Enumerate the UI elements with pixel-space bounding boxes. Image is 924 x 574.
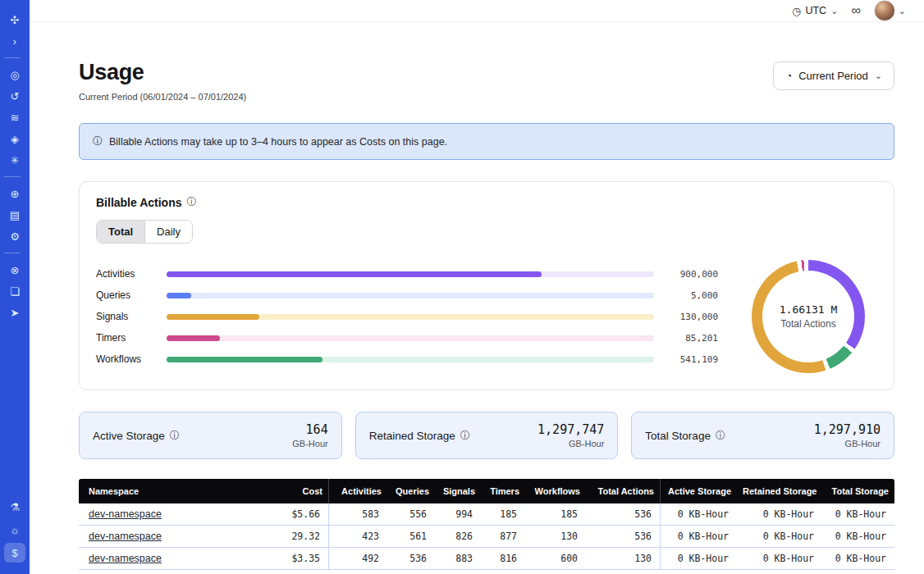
bar-track	[167, 335, 654, 341]
namespace-link[interactable]: dev-namespace	[89, 531, 162, 542]
title-block: Usage Current Period (06/01/2024 – 07/01…	[79, 60, 246, 102]
bar-track	[167, 314, 654, 320]
sidebar-divider	[4, 253, 21, 253]
storage-card-label-row: Active Storageⓘ	[93, 429, 180, 443]
sidebar-bottom-icons: ⚗☼$	[4, 495, 25, 564]
sidebar-quickstart-icon[interactable]: ➤	[4, 303, 25, 322]
table-cell: 583	[328, 503, 387, 526]
clock-icon: ◷	[792, 5, 801, 17]
sidebar-usage-icon[interactable]: $	[4, 543, 25, 563]
table-cell: 536	[586, 503, 660, 526]
table-cell: 0 KB-Hour	[660, 548, 737, 570]
info-icon[interactable]: ⓘ	[170, 429, 180, 443]
column-header-active-storage: Active Storage	[660, 479, 737, 503]
feedback-glasses-icon[interactable]: ∞	[851, 3, 860, 18]
table-cell: 29.32	[276, 526, 328, 548]
column-header-timers: Timers	[481, 479, 525, 503]
table-cell: 0 KB-Hour	[822, 548, 894, 570]
table-cell: 130	[525, 526, 586, 548]
sidebar-nexus-icon[interactable]: ✳	[4, 150, 25, 170]
table-cell: 0 KB-Hour	[660, 526, 737, 548]
column-header-signals: Signals	[435, 479, 481, 503]
bar-value: 900,000	[666, 269, 718, 280]
banner-text: Billable Actions may take up to 3–4 hour…	[109, 136, 447, 148]
column-header-total-actions: Total Actions	[586, 479, 660, 503]
page-root: ✣›◎↺≋◈✳⊕▤⚙⊗❏➤ ⚗☼$ ◷ UTC ⌄ ∞ ⌄ Usage Curr…	[0, 0, 924, 574]
donut-center: 1.66131 M Total Actions	[762, 271, 854, 362]
sidebar-collapse-icon[interactable]: ›	[4, 31, 25, 51]
storage-unit: GB-Hour	[292, 439, 327, 449]
namespace-cell: dev-namespace	[79, 503, 276, 526]
sidebar-deployments-icon[interactable]: ◈	[4, 129, 25, 148]
bar-track	[167, 357, 654, 362]
tab-total[interactable]: Total	[97, 221, 144, 243]
bar-fill	[167, 357, 322, 362]
column-header-namespace: Namespace	[79, 479, 276, 503]
sidebar-icon-list: ✣›◎↺≋◈✳⊕▤⚙⊗❏➤	[4, 8, 25, 324]
sidebar-support-icon[interactable]: ⊗	[4, 260, 25, 280]
total-actions-label: Total Actions	[780, 318, 835, 330]
column-header-total-storage: Total Storage	[822, 479, 894, 503]
billable-actions-header: Billable Actions ⓘ	[96, 195, 877, 209]
tab-daily[interactable]: Daily	[144, 221, 192, 243]
storage-card-label-row: Total Storageⓘ	[645, 429, 725, 443]
sidebar-history-icon[interactable]: ↺	[4, 86, 25, 106]
bar-fill	[167, 271, 542, 277]
content: Usage Current Period (06/01/2024 – 07/01…	[30, 22, 924, 574]
storage-value: 1,297,747	[537, 422, 604, 437]
info-icon[interactable]: ⓘ	[716, 429, 725, 443]
stopwatch-icon: ◔	[785, 70, 792, 82]
bar-row-signals: Signals130,000	[96, 310, 718, 324]
storage-value: 164	[292, 422, 327, 437]
storage-unit: GB-Hour	[537, 439, 604, 449]
table-cell: 0 KB-Hour	[737, 526, 822, 548]
table-cell: 0 KB-Hour	[737, 548, 822, 570]
sidebar-divider	[4, 57, 21, 58]
table-cell: 877	[481, 526, 525, 548]
table-header-row: NamespaceCostActivitiesQueriesSignalsTim…	[79, 479, 894, 503]
table-cell: $3.35	[276, 548, 328, 570]
storage-card-value-block: 1,297,910GB-Hour	[814, 422, 881, 449]
page-subtitle: Current Period (06/01/2024 – 07/01/2024)	[79, 92, 246, 102]
column-header-queries: Queries	[387, 479, 435, 503]
table-cell: 423	[328, 526, 387, 548]
sidebar-globe-icon[interactable]: ⊕	[4, 184, 25, 203]
sidebar-layers-icon[interactable]: ≋	[4, 107, 25, 127]
sidebar-settings-icon[interactable]: ⚙	[4, 226, 25, 246]
table-cell: 556	[387, 503, 435, 526]
account-menu[interactable]: ⌄	[874, 0, 906, 21]
storage-card-value-block: 164GB-Hour	[292, 422, 327, 449]
table-cell: 0 KB-Hour	[822, 503, 894, 526]
bar-fill	[167, 335, 220, 341]
bar-value: 130,000	[666, 312, 718, 322]
column-header-retained-storage: Retained Storage	[737, 479, 822, 503]
bar-fill	[167, 293, 191, 298]
table-cell: 536	[387, 548, 435, 570]
current-period-dropdown[interactable]: ◔ Current Period ⌄	[773, 61, 894, 90]
sidebar-docs-icon[interactable]: ❏	[4, 281, 25, 301]
sidebar-lab-icon[interactable]: ⚗	[4, 497, 25, 517]
billable-actions-title: Billable Actions	[96, 196, 182, 209]
sidebar-logo-icon[interactable]: ✣	[4, 10, 25, 30]
chevron-down-icon: ⌄	[899, 7, 906, 16]
main-area: ◷ UTC ⌄ ∞ ⌄ Usage Current Period (06/01/…	[30, 0, 924, 574]
bar-label: Signals	[96, 311, 155, 322]
sidebar-theme-icon[interactable]: ☼	[4, 520, 25, 540]
avatar[interactable]	[874, 0, 895, 21]
bar-value: 5,000	[666, 290, 718, 301]
namespace-link[interactable]: dev-namespace	[89, 553, 162, 564]
storage-unit: GB-Hour	[814, 439, 881, 449]
timezone-selector[interactable]: ◷ UTC ⌄	[792, 5, 838, 17]
sidebar-nav: ✣›◎↺≋◈✳⊕▤⚙⊗❏➤ ⚗☼$	[0, 0, 30, 574]
namespace-link[interactable]: dev-namespace	[89, 508, 162, 520]
info-icon[interactable]: ⓘ	[187, 195, 197, 209]
total-actions-value: 1.66131 M	[780, 303, 837, 316]
table-cell: 536	[586, 526, 660, 548]
table-cell: 492	[328, 548, 387, 570]
storage-card: Retained Storageⓘ1,297,747GB-Hour	[355, 412, 619, 459]
bar-label: Workflows	[96, 353, 155, 365]
info-icon[interactable]: ⓘ	[460, 429, 470, 443]
sidebar-namespaces-icon[interactable]: ◎	[4, 65, 25, 84]
namespace-cell: dev-namespace	[79, 526, 276, 548]
sidebar-billing-icon[interactable]: ▤	[4, 205, 25, 225]
